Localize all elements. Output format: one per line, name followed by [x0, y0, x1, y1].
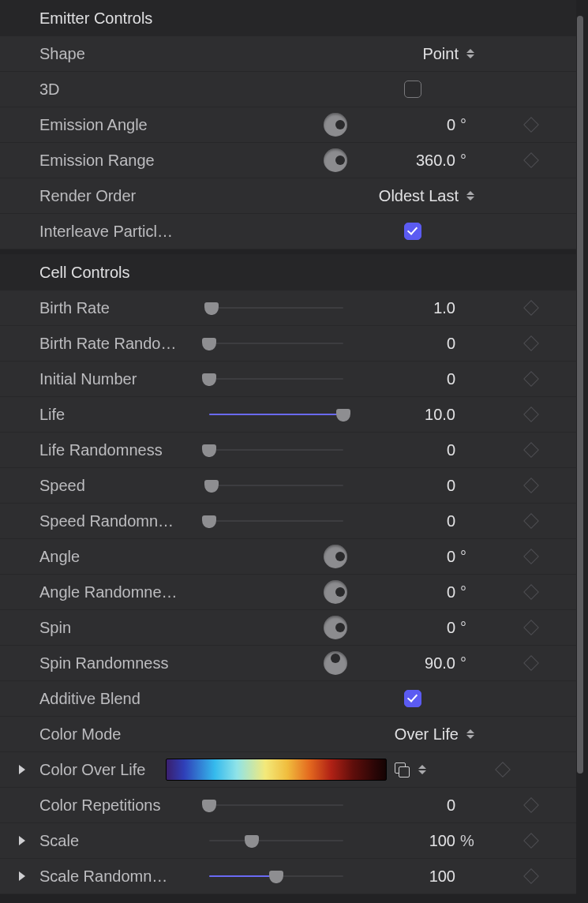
unit-degree: ° — [455, 116, 478, 134]
gradient-preset-icon[interactable] — [395, 762, 409, 777]
slider-birth-rate[interactable] — [209, 302, 343, 314]
value-angle[interactable]: 0 — [447, 548, 455, 566]
keyframe-icon[interactable] — [523, 584, 539, 600]
gradient-color-over-life[interactable] — [166, 759, 387, 781]
select-caret-icon — [463, 44, 478, 63]
label-life-rand: Life Randomness — [0, 441, 205, 459]
value-birth-rate-rand[interactable]: 0 — [447, 335, 455, 353]
label-birth-rate-rand: Birth Rate Rando… — [0, 335, 205, 353]
scrollbar[interactable] — [577, 16, 583, 774]
row-emission-range: Emission Range 360.0 ° — [0, 143, 576, 178]
dial-angle[interactable] — [324, 545, 347, 568]
keyframe-icon[interactable] — [523, 620, 539, 635]
value-initial-number[interactable]: 0 — [447, 370, 455, 388]
slider-color-reps[interactable] — [209, 799, 343, 811]
checkbox-3d[interactable] — [404, 81, 421, 98]
label-spin-rand: Spin Randomness — [0, 654, 205, 673]
label-color-mode: Color Mode — [0, 725, 205, 744]
row-3d: 3D — [0, 72, 576, 107]
slider-birth-rate-rand[interactable] — [209, 337, 343, 350]
unit-degree: ° — [455, 548, 478, 566]
keyframe-icon[interactable] — [523, 549, 539, 564]
slider-initial-number[interactable] — [209, 373, 343, 385]
label-emission-angle: Emission Angle — [0, 116, 205, 134]
disclosure-triangle-icon[interactable] — [19, 765, 25, 774]
dial-spin-rand[interactable] — [324, 651, 347, 675]
label-life: Life — [0, 406, 205, 424]
value-speed-rand[interactable]: 0 — [447, 512, 455, 530]
value-spin[interactable]: 0 — [447, 619, 455, 637]
value-spin-rand[interactable]: 90.0 — [425, 654, 455, 673]
slider-scale[interactable] — [209, 834, 343, 847]
disclosure-triangle-icon[interactable] — [19, 836, 25, 845]
label-scale: Scale — [0, 832, 205, 850]
value-emission-range[interactable]: 360.0 — [416, 152, 455, 170]
dial-emission-angle[interactable] — [324, 113, 347, 137]
keyframe-icon[interactable] — [523, 152, 539, 168]
row-life: Life 10.0 — [0, 397, 576, 433]
label-angle: Angle — [0, 548, 205, 566]
row-speed-rand: Speed Randomn… 0 — [0, 504, 576, 539]
row-scale: Scale 100% — [0, 823, 576, 859]
keyframe-icon[interactable] — [523, 797, 539, 813]
value-life-rand[interactable]: 0 — [447, 441, 455, 459]
unit-degree: ° — [455, 619, 478, 637]
section-title: Cell Controls — [39, 264, 129, 282]
row-color-over-life: Color Over Life — [0, 752, 576, 788]
keyframe-icon[interactable] — [523, 371, 539, 387]
row-color-mode: Color Mode Over Life — [0, 717, 576, 752]
section-header-cell: Cell Controls — [0, 254, 576, 290]
disclosure-triangle-icon[interactable] — [19, 871, 25, 881]
render-order-select[interactable]: Oldest Last — [379, 186, 478, 205]
keyframe-icon[interactable] — [523, 655, 539, 671]
keyframe-icon[interactable] — [523, 442, 539, 458]
keyframe-icon[interactable] — [523, 300, 539, 316]
label-additive: Additive Blend — [0, 690, 205, 708]
keyframe-icon[interactable] — [523, 513, 539, 529]
value-scale-rand[interactable]: 100 — [429, 867, 455, 886]
slider-life-rand[interactable] — [209, 444, 343, 456]
dial-angle-rand[interactable] — [324, 580, 347, 604]
unit-degree: ° — [455, 583, 478, 601]
label-speed-rand: Speed Randomn… — [0, 512, 205, 530]
label-spin: Spin — [0, 619, 205, 637]
value-speed[interactable]: 0 — [447, 477, 455, 495]
label-render-order: Render Order — [0, 187, 205, 205]
checkbox-additive[interactable] — [404, 690, 421, 707]
scrollbar-thumb[interactable] — [577, 16, 583, 774]
slider-scale-rand[interactable] — [209, 870, 343, 882]
render-order-value: Oldest Last — [379, 187, 459, 205]
shape-select[interactable]: Point — [422, 44, 478, 63]
value-birth-rate[interactable]: 1.0 — [433, 299, 455, 317]
dial-spin[interactable] — [324, 616, 347, 639]
value-scale[interactable]: 100 — [429, 832, 455, 850]
select-caret-icon[interactable] — [415, 760, 429, 779]
row-additive: Additive Blend — [0, 681, 576, 717]
color-mode-select[interactable]: Over Life — [395, 725, 478, 744]
slider-speed-rand[interactable] — [209, 515, 343, 527]
label-color-reps: Color Repetitions — [0, 796, 205, 815]
dial-emission-range[interactable] — [324, 148, 347, 172]
value-angle-rand[interactable]: 0 — [447, 583, 455, 601]
value-emission-angle[interactable]: 0 — [447, 116, 455, 134]
row-angle-rand: Angle Randomne… 0° — [0, 575, 576, 610]
row-birth-rate-rand: Birth Rate Rando… 0 — [0, 326, 576, 362]
slider-speed[interactable] — [209, 479, 343, 492]
keyframe-icon[interactable] — [523, 117, 539, 133]
keyframe-icon[interactable] — [495, 762, 511, 777]
keyframe-icon[interactable] — [523, 868, 539, 884]
slider-life[interactable] — [209, 408, 343, 421]
checkbox-interleave[interactable] — [404, 223, 421, 240]
label-speed: Speed — [0, 477, 205, 495]
value-color-reps[interactable]: 0 — [447, 796, 455, 815]
section-header-emitter: Emitter Controls — [0, 0, 576, 36]
row-initial-number: Initial Number 0 — [0, 362, 576, 397]
keyframe-icon[interactable] — [523, 478, 539, 493]
select-caret-icon — [463, 186, 478, 205]
label-3d: 3D — [0, 81, 205, 99]
value-life[interactable]: 10.0 — [425, 406, 455, 424]
keyframe-icon[interactable] — [523, 833, 539, 849]
color-mode-value: Over Life — [395, 725, 459, 744]
keyframe-icon[interactable] — [523, 335, 539, 351]
keyframe-icon[interactable] — [523, 407, 539, 422]
